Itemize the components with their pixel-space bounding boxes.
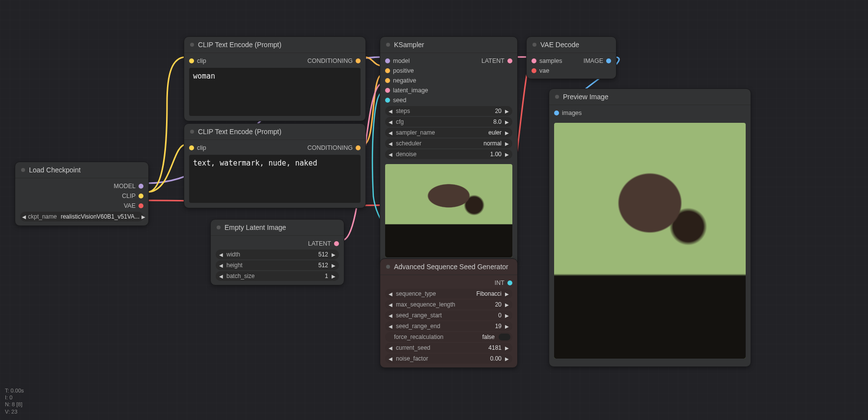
seed-end-widget[interactable]: ◀seed_range_end19▶ bbox=[385, 321, 512, 331]
node-title: KSampler bbox=[380, 37, 517, 53]
vae-decode-node[interactable]: VAE Decode samples IMAGE vae bbox=[526, 36, 616, 79]
output-vae[interactable]: VAE bbox=[15, 201, 148, 211]
max-seq-widget[interactable]: ◀max_sequence_length20▶ bbox=[385, 300, 512, 309]
steps-widget[interactable]: ◀steps20▶ bbox=[385, 106, 512, 116]
node-title: Empty Latent Image bbox=[211, 220, 344, 236]
ksampler-preview bbox=[385, 164, 512, 257]
noise-factor-widget[interactable]: ◀noise_factor0.00▶ bbox=[385, 354, 512, 364]
force-recalc-widget[interactable]: force_recalculationfalse bbox=[385, 332, 512, 342]
input-clip[interactable]: clip bbox=[197, 144, 206, 151]
node-title: Preview Image bbox=[549, 89, 751, 105]
current-seed-widget[interactable]: ◀current_seed4181▶ bbox=[385, 343, 512, 353]
node-title: Advanced Sequence Seed Generator bbox=[380, 259, 517, 275]
ckpt-name-widget[interactable]: ◀ ckpt_name realisticVisionV60B1_v51VA..… bbox=[20, 212, 143, 222]
input-clip[interactable]: clip bbox=[197, 57, 206, 64]
seed-generator-node[interactable]: Advanced Sequence Seed Generator INT ◀se… bbox=[380, 258, 518, 368]
clip-negative-node[interactable]: CLIP Text Encode (Prompt) clip CONDITION… bbox=[184, 123, 366, 208]
empty-latent-node[interactable]: Empty Latent Image LATENT ◀width512▶ ◀he… bbox=[210, 219, 344, 285]
arrow-right-icon[interactable]: ▶ bbox=[141, 214, 145, 220]
input-vae[interactable]: vae bbox=[539, 67, 549, 74]
prompt-textarea[interactable]: text, watermark, nude, naked bbox=[189, 155, 361, 203]
input-seed[interactable]: seed bbox=[393, 97, 406, 104]
output-clip[interactable]: CLIP bbox=[15, 191, 148, 201]
output-int[interactable]: INT bbox=[380, 278, 517, 288]
input-latent-image[interactable]: latent_image bbox=[393, 87, 428, 94]
stats-overlay: T: 0.00s I: 0 N: 8 [8] V: 23 bbox=[5, 387, 24, 415]
node-title: Load Checkpoint bbox=[15, 162, 148, 178]
load-checkpoint-node[interactable]: Load Checkpoint MODEL CLIP VAE ◀ ckpt_na… bbox=[15, 162, 149, 226]
input-negative[interactable]: negative bbox=[393, 77, 416, 84]
input-images[interactable]: images bbox=[562, 110, 582, 116]
seed-start-widget[interactable]: ◀seed_range_start0▶ bbox=[385, 310, 512, 320]
prompt-textarea[interactable]: woman bbox=[189, 68, 361, 116]
preview-image-node[interactable]: Preview Image images bbox=[549, 88, 751, 367]
clip-positive-node[interactable]: CLIP Text Encode (Prompt) clip CONDITION… bbox=[184, 36, 366, 121]
scheduler-widget[interactable]: ◀schedulernormal▶ bbox=[385, 139, 512, 148]
output-latent[interactable]: LATENT bbox=[211, 239, 344, 249]
node-title: VAE Decode bbox=[527, 37, 616, 53]
input-positive[interactable]: positive bbox=[393, 67, 414, 74]
width-widget[interactable]: ◀width512▶ bbox=[216, 250, 339, 259]
sequence-type-widget[interactable]: ◀sequence_typeFibonacci▶ bbox=[385, 289, 512, 299]
input-model[interactable]: model bbox=[393, 57, 410, 64]
output-model[interactable]: MODEL bbox=[15, 181, 148, 191]
arrow-left-icon[interactable]: ◀ bbox=[22, 214, 26, 220]
height-widget[interactable]: ◀height512▶ bbox=[216, 260, 339, 270]
preview-image bbox=[554, 123, 746, 359]
ksampler-node[interactable]: KSampler model LATENT positive negative … bbox=[380, 36, 518, 266]
input-samples[interactable]: samples bbox=[539, 57, 562, 64]
output-conditioning[interactable]: CONDITIONING bbox=[308, 57, 353, 64]
sampler-widget[interactable]: ◀sampler_nameeuler▶ bbox=[385, 128, 512, 138]
cfg-widget[interactable]: ◀cfg8.0▶ bbox=[385, 117, 512, 127]
output-conditioning[interactable]: CONDITIONING bbox=[308, 144, 353, 151]
denoise-widget[interactable]: ◀denoise1.00▶ bbox=[385, 149, 512, 159]
output-latent[interactable]: LATENT bbox=[481, 57, 504, 64]
node-title: CLIP Text Encode (Prompt) bbox=[184, 124, 365, 140]
batch-size-widget[interactable]: ◀batch_size1▶ bbox=[216, 271, 339, 281]
output-image[interactable]: IMAGE bbox=[584, 57, 603, 64]
node-title: CLIP Text Encode (Prompt) bbox=[184, 37, 365, 53]
